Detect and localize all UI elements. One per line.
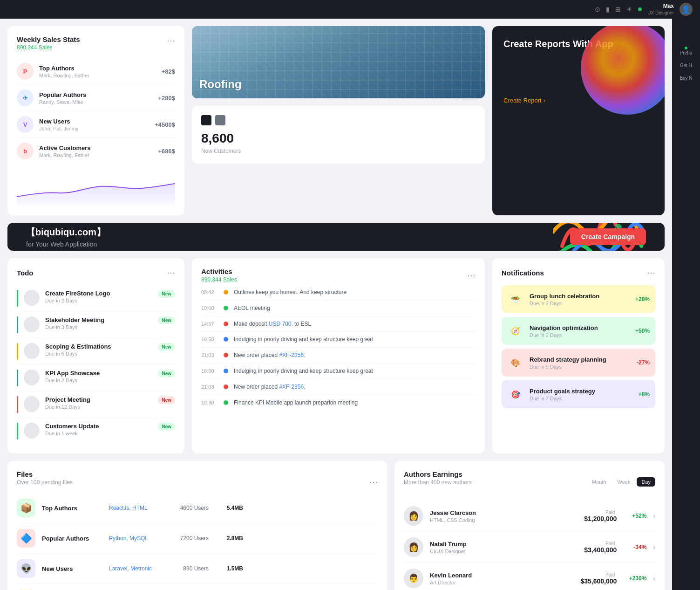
stat-item: P Top Authors Mark, Rowling, Esther +82$ — [17, 58, 175, 85]
stat-item: b Active Customers Mark, Rowling, Esther… — [17, 138, 175, 164]
todo-due: Due in 1 week — [45, 431, 152, 436]
activity-link[interactable]: #XF-2356. — [279, 384, 305, 390]
todo-info: Customers Update Due in 1 week — [45, 423, 152, 436]
todo-bar — [17, 316, 18, 333]
activities-menu[interactable]: ⋯ — [467, 270, 476, 281]
roofing-image: Roofing — [192, 26, 485, 98]
tab-month[interactable]: Month — [587, 477, 611, 487]
chevron-right-icon[interactable]: › — [653, 512, 655, 520]
file-tech[interactable]: Laravel, Metronic — [109, 565, 165, 572]
weekly-sales-menu[interactable]: ⋯ — [167, 35, 175, 46]
chevron-right-icon[interactable]: › — [653, 575, 655, 582]
todo-avatar — [24, 343, 40, 359]
file-tech[interactable]: Python, MySQL — [109, 535, 165, 542]
todo-due: Due in 2 Days — [45, 298, 152, 303]
brightness-icon[interactable]: ☀ — [626, 6, 632, 13]
author-pct: +52% — [623, 513, 646, 519]
author-role: UI/UX Designer — [430, 549, 554, 554]
rp-dot-0 — [685, 47, 687, 49]
stat-icon: b — [17, 143, 34, 159]
todo-due: Due in 2 Days — [45, 377, 152, 383]
tab-week[interactable]: Week — [613, 477, 635, 487]
stat-icon: ✈ — [17, 89, 34, 106]
activity-text: AEOL meeting — [234, 304, 270, 312]
nc-icons — [201, 115, 476, 125]
campaign-title: 【biqubiqu.com】 — [26, 226, 106, 239]
roofing-title: Roofing — [199, 78, 242, 91]
user-role: UX Designer — [647, 10, 674, 16]
stat-sub: Randy, Steve, Mike — [39, 99, 152, 105]
activities-subtitle: 890,344 Sales — [201, 276, 237, 283]
author-role: HTML, CSS Coding — [430, 517, 554, 523]
file-tech[interactable]: ReactJs, HTML — [109, 505, 165, 511]
earnings-title: Authors Earnings — [404, 470, 472, 478]
campaign-text: 【biqubiqu.com】 for Your Web Application — [26, 226, 106, 248]
notif-icon: 🎯 — [507, 386, 524, 403]
activity-text: Indulging in poorly driving and keep str… — [234, 336, 373, 343]
author-role: Art Director — [430, 580, 554, 585]
topbar: ⊙ ▮ ⊞ ☀ Max UX Designer 👤 — [0, 0, 700, 19]
user-info: Max UX Designer — [647, 3, 674, 16]
notifications-card: Notifications ⋯ 🥗 Group lunch celebratio… — [492, 258, 665, 453]
search-icon[interactable]: ⊙ — [595, 6, 600, 13]
todo-name: KPI App Showcase — [45, 370, 152, 377]
file-users: 890 Users — [171, 565, 209, 572]
rp-item-1[interactable]: Get H — [680, 63, 692, 68]
todo-menu[interactable]: ⋯ — [167, 268, 175, 278]
activities-card: Activities 890,344 Sales ⋯ 08:42 Outline… — [192, 258, 485, 453]
paid-block: Paid $35,600,000 — [561, 572, 617, 585]
todo-avatar — [24, 396, 40, 412]
author-pct: -34% — [623, 544, 646, 550]
rp-item-2[interactable]: Buy N — [680, 75, 692, 81]
todo-item: Project Meeting Due in 12 Days New — [17, 391, 175, 418]
files-menu[interactable]: ⋯ — [369, 477, 378, 487]
stat-sub: Mark, Rowling, Esther — [39, 152, 152, 158]
create-campaign-button[interactable]: Create Campaign — [570, 228, 646, 245]
chevron-right-icon[interactable]: › — [653, 543, 655, 551]
stat-icon: P — [17, 63, 34, 80]
authors-items: 👩 Jessie Clarcson HTML, CSS Coding Paid … — [404, 501, 655, 590]
todo-item: KPI App Showcase Due in 2 Days New — [17, 365, 175, 391]
notifications-menu[interactable]: ⋯ — [647, 268, 655, 278]
todo-info: KPI App Showcase Due in 2 Days — [45, 370, 152, 383]
author-amount: $35,600,000 — [580, 577, 617, 585]
todo-item: Create FireStone Logo Due in 2 Days New — [17, 285, 175, 312]
notification-item: 🥗 Group lunch celebration Due in 2 Days … — [502, 285, 655, 313]
activity-item: 16:50 Indulging in poorly driving and ke… — [201, 332, 476, 348]
activities-title: Activities — [201, 268, 237, 275]
notification-item: 🎨 Rebrand strategy planning Due in 5 Day… — [502, 349, 655, 377]
activity-dot — [224, 337, 228, 342]
earnings-tabs: Month Week Day — [587, 477, 655, 487]
activity-dot — [224, 306, 228, 310]
notif-items: 🥗 Group lunch celebration Due in 2 Days … — [502, 285, 655, 408]
stat-sub: Mark, Rowling, Esther — [39, 73, 156, 78]
notif-due: Due in 5 Days — [530, 364, 631, 370]
todo-name: Stakeholder Meeting — [45, 316, 152, 323]
todo-item: Customers Update Due in 1 week New — [17, 418, 175, 444]
right-panel: Prebu Get H Buy N — [672, 19, 700, 590]
stat-name: New Users — [39, 118, 149, 125]
author-item: 👨 Kevin Leonard Art Director Paid $35,60… — [404, 563, 655, 590]
activity-link[interactable]: #XF-2356. — [279, 352, 305, 358]
activity-item: 16:50 Indulging in poorly driving and ke… — [201, 364, 476, 379]
file-name: Top Authors — [42, 505, 102, 512]
username: Max — [647, 3, 674, 10]
rp-item-0[interactable]: Prebu — [680, 47, 693, 55]
paid-label: Paid — [605, 541, 615, 546]
author-name: Natali Trump — [430, 541, 554, 548]
todo-bar — [17, 290, 18, 307]
todo-avatar — [24, 423, 40, 439]
tab-day[interactable]: Day — [637, 477, 655, 487]
stat-value: +82$ — [162, 68, 175, 75]
grid-icon[interactable]: ⊞ — [615, 6, 621, 13]
activity-link[interactable]: USD 700. — [269, 321, 293, 327]
author-pct: +230% — [623, 575, 646, 582]
author-item: 👩 Jessie Clarcson HTML, CSS Coding Paid … — [404, 501, 655, 532]
notif-name: Rebrand strategy planning — [530, 356, 631, 363]
paid-block: Paid $3,400,000 — [561, 541, 617, 554]
stat-value: +4500$ — [155, 121, 175, 128]
bar-icon[interactable]: ▮ — [606, 6, 610, 13]
todo-name: Create FireStone Logo — [45, 290, 152, 297]
todo-info: Project Meeting Due in 12 Days — [45, 396, 152, 410]
avatar[interactable]: 👤 — [680, 3, 693, 16]
